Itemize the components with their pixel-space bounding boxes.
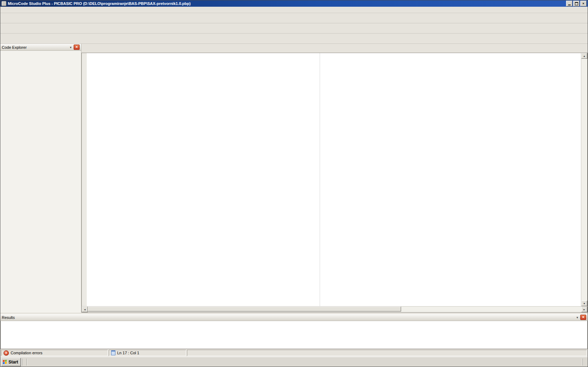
results-header: Results ▾ ✕: [0, 314, 588, 321]
code-editor[interactable]: [82, 53, 581, 306]
scroll-left-icon[interactable]: ◄: [82, 307, 88, 312]
status-spacer-cell: [187, 350, 587, 356]
editor-vertical-scrollbar[interactable]: ▲ ▼: [581, 53, 587, 306]
editor-horizontal-scrollbar[interactable]: ◄ ►: [81, 306, 588, 313]
results-panel: Results ▾ ✕: [0, 313, 588, 349]
panel-close-icon[interactable]: ✕: [74, 45, 80, 50]
code-explorer-tree: [0, 51, 81, 313]
results-title: Results: [2, 315, 574, 320]
start-label: Start: [8, 360, 18, 365]
title-bar: MicroCode Studio Plus - PICBASIC PRO (D:…: [0, 0, 588, 7]
windows-logo-icon: [3, 360, 7, 364]
scroll-right-icon[interactable]: ►: [581, 307, 587, 312]
scroll-up-icon[interactable]: ▲: [581, 53, 587, 59]
code-explorer-panel: Code Explorer ▾ ✕: [0, 44, 81, 313]
file-toolbar: [0, 13, 588, 23]
restore-button[interactable]: [573, 1, 580, 6]
app-icon: [1, 1, 6, 6]
document-icon: [111, 350, 115, 355]
taskbar: Start: [0, 357, 588, 367]
status-message-cell: ✕ Compilation errors: [1, 350, 108, 356]
cursor-position: Ln 17 : Col 1: [117, 351, 139, 355]
menu-bar: [0, 7, 588, 13]
close-button[interactable]: ×: [580, 1, 587, 6]
scroll-down-icon[interactable]: ▼: [581, 301, 587, 306]
results-body: [0, 321, 588, 349]
start-button[interactable]: Start: [1, 358, 21, 366]
status-bar: ✕ Compilation errors Ln 17 : Col 1: [0, 349, 588, 357]
minimize-button[interactable]: [566, 1, 572, 6]
status-message: Compilation errors: [11, 351, 42, 355]
error-status-icon: ✕: [4, 350, 9, 356]
code-explorer-title: Code Explorer: [2, 45, 68, 49]
right-margin-guide: [320, 53, 320, 306]
window-title: MicroCode Studio Plus - PICBASIC PRO (D:…: [8, 1, 565, 6]
panel-menu-icon[interactable]: ▾: [68, 46, 74, 49]
hscroll-thumb[interactable]: [88, 307, 401, 311]
application-window: MicroCode Studio Plus - PICBASIC PRO (D:…: [0, 0, 588, 367]
editor-wrap: ▲ ▼: [81, 53, 588, 306]
results-close-icon[interactable]: ✕: [580, 315, 586, 320]
results-menu-icon[interactable]: ▾: [574, 316, 580, 319]
editor-column: ▲ ▼ ◄ ►: [81, 44, 588, 313]
system-tray: [582, 359, 587, 366]
quick-launch-bar: [22, 359, 27, 366]
status-position-cell: Ln 17 : Col 1: [109, 350, 186, 356]
compile-toolbar: [0, 23, 588, 34]
code-explorer-header: Code Explorer ▾ ✕: [0, 44, 81, 51]
debug-toolbar: [0, 34, 588, 44]
main-area: Code Explorer ▾ ✕ ▲ ▼ ◄ ►: [0, 44, 588, 313]
editor-tab-bar: [81, 44, 588, 53]
